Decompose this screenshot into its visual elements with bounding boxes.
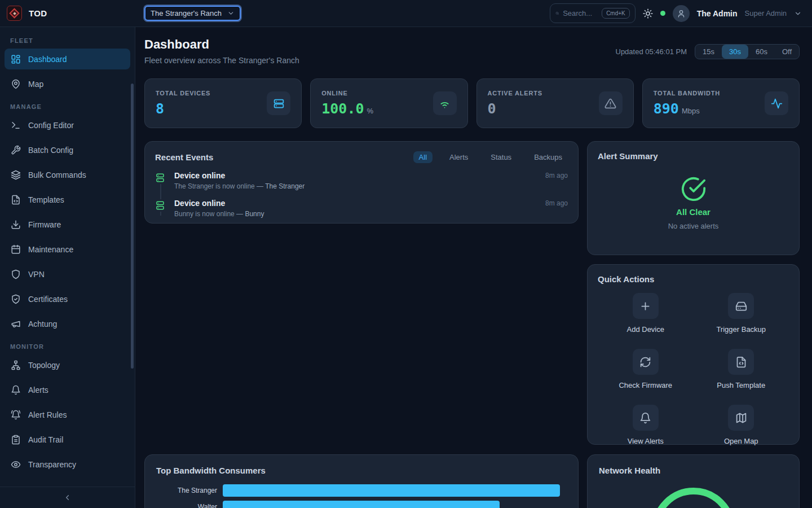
user-menu-button[interactable] (794, 10, 802, 17)
event-row[interactable]: Device online 8m ago The Stranger is now… (155, 171, 568, 190)
bell-icon (633, 405, 659, 431)
download-icon (11, 220, 21, 230)
filter-backups[interactable]: Backups (528, 151, 568, 163)
server-icon (267, 91, 290, 115)
global-search[interactable]: Cmd+K (550, 3, 636, 23)
plus-icon (633, 293, 659, 319)
sidebar-item-topology[interactable]: Topology (5, 354, 130, 375)
sidebar-item-templates[interactable]: Templates (5, 189, 130, 210)
check-firmware-button[interactable]: Check Firmware (619, 349, 672, 389)
open-map-button[interactable]: Open Map (724, 405, 758, 445)
eye-icon (11, 459, 21, 470)
page-subtitle: Fleet overview across The Stranger's Ran… (144, 56, 299, 65)
sidebar-item-maintenance[interactable]: Maintenance (5, 239, 130, 260)
sidebar-item-audit-trail[interactable]: Audit Trail (5, 429, 130, 450)
app-name: TOD (29, 8, 47, 18)
refresh-60s-button[interactable]: 60s (748, 45, 775, 59)
sidebar-item-label: Map (28, 80, 43, 89)
megaphone-icon (11, 319, 21, 329)
sidebar-item-achtung[interactable]: Achtung (5, 313, 130, 334)
file-code-icon (11, 195, 21, 205)
refresh-off-button[interactable]: Off (775, 45, 799, 59)
search-input[interactable] (563, 9, 598, 17)
layers-icon (11, 170, 21, 180)
app-logo-icon (7, 6, 22, 21)
recent-events-title: Recent Events (155, 152, 213, 162)
stat-label: TOTAL DEVICES (156, 90, 210, 97)
sidebar-item-certificates[interactable]: Certificates (5, 288, 130, 309)
filter-status[interactable]: Status (485, 151, 517, 163)
event-row[interactable]: Device online 8m ago Bunny is now online… (155, 199, 568, 218)
sidebar-section-manage: MANAGE (10, 103, 125, 110)
sidebar: FLEET Dashboard Map MANAGE Config Editor… (0, 27, 135, 508)
stat-value: 0 (488, 100, 496, 117)
event-title: Device online (174, 199, 225, 208)
site-selector-dropdown[interactable]: The Stranger's Ranch (144, 6, 241, 21)
stat-value: 8 (156, 100, 164, 117)
sidebar-item-alert-rules[interactable]: Alert Rules (5, 404, 130, 425)
connection-status-dot (660, 11, 665, 16)
top-bandwidth-panel: Top Bandwidth Consumers The Stranger Wal… (144, 454, 579, 508)
network-icon (11, 360, 21, 370)
sidebar-item-config-editor[interactable]: Config Editor (5, 115, 130, 135)
quick-actions-panel: Quick Actions Add Device Trigger Backup … (587, 264, 800, 445)
sidebar-item-label: Bulk Commands (28, 170, 86, 179)
sidebar-scrollbar-thumb[interactable] (131, 84, 134, 369)
network-health-title: Network Health (599, 466, 788, 475)
push-template-button[interactable]: Push Template (717, 349, 765, 389)
stat-card-active-alerts: ACTIVE ALERTS 0 (476, 78, 634, 128)
sidebar-item-label: Alerts (28, 386, 48, 395)
file-code-icon (728, 349, 754, 375)
page-title: Dashboard (144, 37, 299, 52)
filter-all[interactable]: All (413, 151, 433, 163)
server-icon (155, 199, 165, 212)
event-description: Bunny is now online — Bunny (174, 210, 568, 218)
network-health-panel: Network Health 100 (587, 454, 800, 508)
hard-drive-icon (728, 293, 754, 319)
sidebar-section-fleet: FLEET (10, 37, 125, 44)
sidebar-item-label: Dashboard (28, 55, 67, 64)
shield-icon (11, 269, 21, 279)
sidebar-item-vpn[interactable]: VPN (5, 264, 130, 284)
event-device-name: Bunny (245, 210, 264, 218)
stat-value: 100.0 (321, 100, 364, 117)
sidebar-item-map[interactable]: Map (5, 73, 130, 94)
bandwidth-bar-chart: The Stranger Walter (156, 484, 567, 508)
sidebar-item-label: Topology (28, 361, 60, 370)
alert-triangle-icon (599, 91, 623, 115)
trigger-backup-button[interactable]: Trigger Backup (716, 293, 766, 334)
sidebar-item-label: Audit Trail (28, 435, 63, 444)
stat-unit: % (367, 107, 374, 115)
map-icon (728, 405, 754, 431)
sidebar-nav: FLEET Dashboard Map MANAGE Config Editor… (0, 27, 135, 487)
refresh-15s-button[interactable]: 15s (695, 45, 722, 59)
search-shortcut-badge: Cmd+K (602, 8, 630, 19)
filter-alerts[interactable]: Alerts (444, 151, 474, 163)
refresh-icon (633, 349, 659, 375)
check-circle-icon (681, 176, 707, 202)
stat-label: ONLINE (321, 90, 373, 97)
sidebar-item-alerts[interactable]: Alerts (5, 379, 130, 400)
sidebar-item-bulk-commands[interactable]: Bulk Commands (5, 164, 130, 185)
bandwidth-row: Walter (156, 501, 567, 508)
add-device-button[interactable]: Add Device (627, 293, 664, 334)
user-role: Super Admin (745, 9, 787, 17)
bar-label: The Stranger (156, 487, 223, 494)
user-icon (677, 9, 686, 18)
theme-toggle-button[interactable] (643, 8, 653, 19)
refresh-30s-button[interactable]: 30s (722, 45, 748, 59)
sidebar-item-dashboard[interactable]: Dashboard (5, 49, 130, 69)
clipboard-icon (11, 435, 21, 445)
alert-summary-panel: Alert Summary All Clear No active alerts (587, 141, 800, 255)
activity-icon (765, 91, 788, 115)
sidebar-item-transparency[interactable]: Transparency (5, 454, 130, 475)
stat-card-total-devices: TOTAL DEVICES 8 (144, 78, 302, 128)
view-alerts-button[interactable]: View Alerts (628, 405, 664, 445)
avatar[interactable] (673, 5, 690, 22)
sidebar-item-firmware[interactable]: Firmware (5, 214, 130, 235)
sidebar-item-label: VPN (28, 270, 45, 279)
collapse-sidebar-button[interactable] (0, 487, 135, 508)
chevron-left-icon (63, 493, 72, 502)
sidebar-item-batch-config[interactable]: Batch Config (5, 139, 130, 160)
event-title: Device online (174, 171, 225, 180)
